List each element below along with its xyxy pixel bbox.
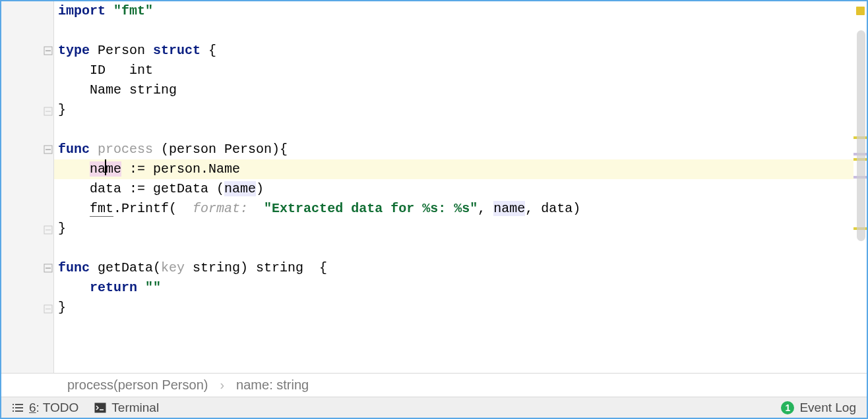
keyword-struct: struct [153, 43, 201, 58]
terminal-tool-button[interactable]: Terminal [94, 401, 159, 415]
code-line: } [54, 298, 853, 318]
code-line [54, 238, 853, 258]
code-line: func getData(key string) string { [54, 258, 853, 278]
todo-shortcut-number: 6 [29, 401, 36, 414]
fold-end-icon[interactable] [44, 107, 53, 116]
fold-toggle-icon[interactable] [44, 264, 53, 273]
struct-field: ID int [58, 63, 153, 78]
left-strip [1, 1, 16, 373]
code-line: type Person struct { [54, 41, 853, 61]
todo-label: : TODO [36, 401, 79, 414]
scrollbar-thumb[interactable] [857, 30, 865, 241]
keyword-func: func [58, 260, 90, 275]
breadcrumb-item[interactable]: process(person Person) [67, 377, 208, 393]
keyword-func: func [58, 142, 90, 157]
chevron-right-icon: › [220, 377, 224, 393]
error-stripe[interactable] [853, 1, 867, 373]
code-line: } [54, 100, 853, 120]
event-log-label: Event Log [799, 401, 856, 415]
analysis-status-icon[interactable] [856, 7, 865, 15]
keyword-return: return [90, 280, 137, 295]
string-literal: "Extracted data for %s: %s" [264, 201, 478, 216]
code-line [54, 120, 853, 140]
brace: { [208, 43, 216, 58]
string-literal: "fmt" [113, 3, 153, 18]
todo-tool-button[interactable]: 6: TODO [12, 401, 78, 415]
event-count-badge: 1 [781, 401, 794, 414]
keyword-type: type [58, 43, 90, 58]
ide-window: import "fmt" type Person struct { ID int… [0, 0, 868, 419]
assignment: := person.Name [121, 161, 240, 177]
identifier-highlighted: name [224, 181, 256, 196]
code-line: func process (person Person){ [54, 140, 853, 159]
breadcrumb-item[interactable]: name: string [236, 377, 309, 393]
code-line: data := getData (name) [54, 179, 853, 199]
brace: } [58, 221, 66, 236]
status-left-group: 6: TODO Terminal [12, 401, 159, 415]
package-ref: fmt [90, 201, 113, 217]
code-line: } [54, 219, 853, 238]
func-name: getData [98, 260, 153, 275]
fold-end-icon[interactable] [44, 225, 53, 235]
fold-toggle-icon[interactable] [44, 46, 53, 55]
func-name: process [98, 142, 153, 157]
list-icon [12, 403, 24, 412]
code-line: import "fmt" [54, 1, 853, 21]
editor-area: import "fmt" type Person struct { ID int… [1, 1, 867, 373]
breadcrumbs-bar[interactable]: process(person Person) › name: string [1, 373, 867, 397]
identifier-highlighted: name [493, 201, 525, 216]
code-line [54, 21, 853, 41]
struct-field: Name string [58, 82, 177, 98]
param-name: key [161, 260, 185, 275]
string-literal: "" [145, 280, 161, 295]
status-bar: 6: TODO Terminal 1 Event Log [1, 397, 867, 418]
terminal-label: Terminal [111, 401, 159, 415]
code-line: ID int [54, 61, 853, 80]
code-line: fmt.Printf( format: "Extracted data for … [54, 199, 853, 219]
gutter[interactable] [16, 1, 54, 373]
event-log-button[interactable]: 1 Event Log [781, 401, 856, 415]
identifier: na [90, 161, 106, 177]
code-line: return "" [54, 278, 853, 298]
code-line: Name string [54, 80, 853, 100]
brace: } [58, 102, 66, 117]
code-editor[interactable]: import "fmt" type Person struct { ID int… [54, 1, 853, 373]
fold-end-icon[interactable] [44, 304, 53, 314]
brace: } [58, 300, 66, 315]
svg-rect-18 [95, 403, 106, 412]
code-line-active: name := person.Name [54, 159, 853, 179]
identifier: me [106, 161, 121, 177]
inlay-hint: format: [185, 201, 256, 216]
fold-toggle-icon[interactable] [44, 145, 53, 154]
func-signature: string) string { [185, 260, 327, 275]
keyword-import: import [58, 3, 106, 18]
type-name: Person [98, 43, 145, 58]
terminal-icon [94, 403, 106, 413]
func-signature: (person Person){ [153, 142, 288, 157]
assignment: data := getData ( [58, 181, 224, 196]
